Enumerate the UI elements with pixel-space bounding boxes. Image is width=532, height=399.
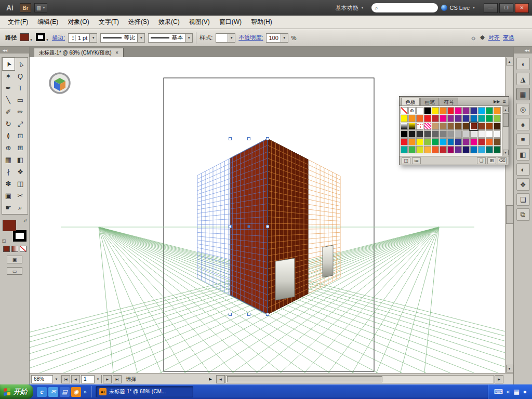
tool-direct-selection[interactable]: ▻ bbox=[15, 58, 26, 70]
swatch-r4c10[interactable] bbox=[470, 130, 477, 138]
swatch-r4c8[interactable] bbox=[455, 130, 462, 138]
next-artboard-button[interactable]: ▶ bbox=[103, 375, 112, 383]
panel-stroke-button[interactable]: ≡ bbox=[516, 133, 530, 145]
swatch-r2c2[interactable] bbox=[408, 115, 416, 122]
previous-artboard-button[interactable]: ◀ bbox=[71, 375, 80, 383]
panel-transparency-button[interactable]: ◐ bbox=[516, 163, 530, 176]
menu-type[interactable]: 文字(T) bbox=[94, 15, 124, 29]
illustrator-task-button[interactable]: Ai 未标题-1* @ 68% (CM... bbox=[96, 386, 193, 397]
panel-menu-icon[interactable]: ≣ bbox=[502, 99, 506, 104]
brush-definition-combo[interactable]: 基本 ▼ bbox=[148, 33, 193, 43]
swatch-r3c3[interactable] bbox=[416, 123, 423, 130]
fill-swatch-control[interactable]: ▼ bbox=[20, 33, 33, 42]
swatch-r2c7[interactable] bbox=[447, 115, 455, 122]
last-artboard-button[interactable]: ▶| bbox=[113, 375, 122, 383]
swatch-r3c1[interactable] bbox=[401, 123, 408, 130]
menu-window[interactable]: 窗口(W) bbox=[215, 15, 246, 29]
swatch-r6c9[interactable] bbox=[462, 146, 470, 153]
tool-selection[interactable]: ➤ bbox=[3, 58, 15, 70]
opacity-combo[interactable]: 100 ▼ bbox=[266, 33, 288, 43]
swatch-r6c6[interactable] bbox=[440, 146, 447, 153]
swatch-r6c13[interactable] bbox=[494, 146, 501, 153]
show-desktop-button[interactable]: ▤ bbox=[60, 387, 70, 397]
swap-colors-icon[interactable]: ⇄ bbox=[23, 218, 27, 223]
swatch-r3c11[interactable] bbox=[478, 123, 485, 130]
security-alert-icon[interactable]: ● bbox=[523, 389, 527, 395]
swatch-r3c5[interactable] bbox=[432, 123, 439, 130]
horizontal-scrollbar[interactable]: ◀ ▶ bbox=[216, 375, 503, 383]
new-swatch-button[interactable]: ⊞ bbox=[487, 157, 496, 164]
toolbox-collapse-button[interactable]: ◀◀ bbox=[0, 47, 29, 54]
swatch-r4c1[interactable] bbox=[401, 130, 408, 138]
swatch-r5c13[interactable] bbox=[494, 138, 501, 145]
tool-line[interactable]: ╲ bbox=[3, 94, 15, 106]
swatch-r5c10[interactable] bbox=[470, 138, 477, 145]
swatch-r5c8[interactable] bbox=[455, 138, 462, 145]
swatch-r6c8[interactable] bbox=[455, 146, 462, 153]
selection-handle[interactable] bbox=[267, 313, 269, 316]
gradient-mode-button[interactable] bbox=[11, 246, 18, 252]
swatch-r1c12[interactable] bbox=[486, 107, 493, 114]
swatch-r4c4[interactable] bbox=[424, 130, 431, 138]
swatch-r2c8[interactable] bbox=[455, 115, 462, 122]
color-mode-button[interactable] bbox=[3, 246, 10, 252]
swatch-r2c12[interactable] bbox=[486, 115, 493, 122]
stroke-weight-combo[interactable]: ▲▼ 1 pt ▼ bbox=[68, 33, 97, 43]
swatch-r5c6[interactable] bbox=[440, 138, 447, 145]
drawing-modes-button[interactable]: ▣ bbox=[7, 256, 22, 263]
panel-appearance-button[interactable]: ◎ bbox=[516, 103, 530, 115]
swatch-r1c7[interactable] bbox=[447, 107, 455, 114]
tool-symbol-sprayer[interactable]: ✽ bbox=[3, 178, 15, 190]
network-icon[interactable]: ▦ bbox=[513, 389, 519, 395]
scroll-right-icon[interactable]: ▶ bbox=[495, 375, 503, 383]
swatch-r5c1[interactable] bbox=[401, 138, 408, 145]
tool-magic-wand[interactable]: ✶ bbox=[3, 70, 15, 82]
swatch-r5c5[interactable] bbox=[432, 138, 439, 145]
panel-gradient-button[interactable]: ◧ bbox=[516, 148, 530, 161]
swatch-r2c13[interactable] bbox=[494, 115, 501, 122]
tool-paintbrush[interactable]: ✐ bbox=[3, 106, 15, 118]
selection-handle[interactable] bbox=[248, 138, 250, 140]
first-artboard-button[interactable]: |◀ bbox=[61, 375, 70, 383]
swatch-r2c11[interactable] bbox=[478, 115, 485, 122]
media-player-button[interactable]: ◉ bbox=[71, 387, 81, 397]
dock-collapse-button[interactable]: ◀◀ bbox=[514, 47, 532, 54]
artboard-combo[interactable]: 1 ▼ bbox=[81, 375, 102, 383]
outlook-express-button[interactable]: ✉ bbox=[48, 387, 58, 397]
swatch-r2c4[interactable] bbox=[424, 115, 431, 122]
swatch-r1c2[interactable]: ⊕ bbox=[408, 107, 416, 114]
swatch-r4c11[interactable] bbox=[478, 130, 485, 138]
swatch-r6c1[interactable] bbox=[401, 146, 408, 153]
swatches-scrollbar[interactable]: ▲ ▼ bbox=[502, 106, 509, 156]
window-shape-2[interactable] bbox=[323, 245, 333, 277]
swatch-r2c3[interactable] bbox=[416, 115, 423, 122]
swatch-r1c1[interactable] bbox=[401, 107, 408, 114]
scroll-down-icon[interactable]: ▼ bbox=[503, 150, 509, 155]
stroke-panel-link[interactable]: 描边: bbox=[52, 34, 65, 42]
tool-gradient[interactable]: ◧ bbox=[15, 154, 26, 166]
tool-perspective-grid[interactable]: ⊞ bbox=[15, 142, 26, 154]
none-mode-button[interactable] bbox=[20, 246, 26, 252]
swatch-r2c10[interactable] bbox=[470, 115, 477, 122]
tray-collapse-icon[interactable]: « bbox=[507, 389, 510, 395]
screen-mode-button[interactable]: ▭ bbox=[7, 267, 22, 275]
swatch-r1c8[interactable] bbox=[455, 107, 462, 114]
menu-view[interactable]: 视图(V) bbox=[184, 15, 215, 29]
swatch-r2c5[interactable] bbox=[432, 115, 439, 122]
swatch-r3c4[interactable] bbox=[424, 123, 431, 130]
swatch-r1c13[interactable] bbox=[494, 107, 501, 114]
align-panel-link[interactable]: 对齐 bbox=[488, 34, 500, 42]
tool-free-transform[interactable]: ⊡ bbox=[15, 130, 26, 142]
swatch-r6c11[interactable] bbox=[478, 146, 485, 153]
panel-symbols-button[interactable]: ❖ bbox=[516, 178, 530, 191]
swatch-r4c13[interactable] bbox=[494, 130, 501, 138]
swatch-r3c6[interactable] bbox=[440, 123, 447, 130]
swatch-r1c10[interactable] bbox=[470, 107, 477, 114]
document-tab[interactable]: 未标题-1* @ 68% (CMYK/预览) ✕ bbox=[34, 48, 124, 57]
swatch-r3c9[interactable] bbox=[462, 123, 470, 130]
selection-handle[interactable] bbox=[248, 313, 250, 316]
tool-scale[interactable]: ⤢ bbox=[15, 118, 26, 130]
style-combo[interactable]: ▼ bbox=[216, 33, 235, 43]
tool-type[interactable]: T bbox=[15, 82, 26, 94]
scroll-up-icon[interactable]: ▲ bbox=[503, 107, 509, 112]
